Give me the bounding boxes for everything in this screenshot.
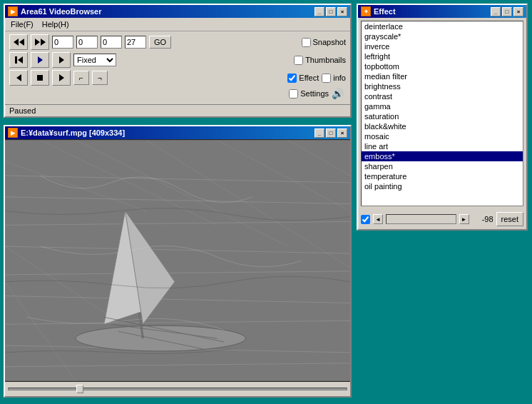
effect-list-item[interactable]: leftright (362, 51, 523, 61)
settings-label: Settings (300, 89, 329, 98)
effect-list-item[interactable]: emboss* (362, 151, 523, 161)
info-label: info (333, 74, 346, 82)
scrubber-thumb[interactable] (76, 385, 83, 393)
effect-checkbox[interactable] (287, 74, 297, 83)
effect-list-item[interactable]: oil painting (362, 181, 523, 191)
close-button[interactable]: × (337, 7, 347, 16)
effect-list-item[interactable]: temperature (362, 171, 523, 181)
skip-back-button[interactable] (9, 34, 28, 50)
effect-list-item[interactable]: grayscale* (362, 31, 523, 41)
effect-list-item[interactable]: gamma (362, 101, 523, 111)
effect-list-item[interactable]: contrast (362, 91, 523, 101)
slider-right-arrow[interactable]: ► (459, 214, 469, 224)
marker-end-button[interactable]: ¬ (92, 71, 108, 85)
video-browser-window: ▶ Area61 VideoBrowser _ □ × File(F) Help… (4, 4, 352, 118)
menu-bar: File(F) Help(H) (5, 18, 350, 31)
fixed-select[interactable]: Fixed (73, 54, 116, 66)
effect-icon: ✦ (361, 6, 371, 16)
effect-controls: ◄ ► -98 reset (358, 209, 526, 229)
slider-track[interactable] (386, 214, 456, 224)
status-text: Paused (9, 106, 36, 115)
stop-button[interactable] (31, 70, 49, 86)
scrubber-track[interactable] (8, 388, 347, 390)
play-button[interactable] (31, 52, 49, 68)
rewind-button[interactable] (9, 52, 28, 68)
file-menu[interactable]: File(F) (6, 19, 38, 29)
video-frame (5, 139, 350, 382)
effect-label: Effect (299, 74, 319, 82)
slider-left-arrow[interactable]: ◄ (373, 214, 383, 224)
effect-close-button[interactable]: × (513, 7, 523, 16)
status-bar: Paused (5, 104, 350, 116)
snapshot-label: Snapshot (313, 38, 346, 46)
frame-field-2[interactable]: 0 (76, 36, 98, 49)
effect-list-item[interactable]: sharpen (362, 161, 523, 171)
effect-title: Effect (374, 7, 396, 16)
maximize-button[interactable]: □ (326, 7, 336, 16)
fast-forward-button[interactable] (31, 34, 49, 50)
thumbnails-checkbox-label: Thumbnails (294, 56, 346, 65)
slider-value: -98 (472, 215, 493, 223)
frame-field-1[interactable]: 0 (52, 36, 73, 49)
video-browser-icon: ▶ (8, 6, 18, 16)
effect-list[interactable]: deinterlacegrayscale*inverceleftrighttop… (361, 21, 523, 206)
frame-field-3[interactable]: 0 (101, 36, 122, 49)
reset-button[interactable]: reset (496, 212, 523, 226)
info-checkbox-label: info (322, 74, 346, 83)
effect-checkbox-label: Effect (287, 74, 319, 83)
effect-list-item[interactable]: median filter (362, 71, 523, 81)
effect-minimize-button[interactable]: _ (491, 7, 501, 16)
thumbnails-label: Thumbnails (305, 56, 346, 64)
next-frame-button[interactable] (52, 52, 71, 68)
media-player-titlebar: ▶ E:¥data¥surf.mpg [409x334] _ □ × (5, 126, 350, 139)
effect-list-item[interactable]: saturation (362, 111, 523, 121)
media-player-title: E:¥data¥surf.mpg [409x334] (21, 128, 125, 137)
video-display-area (5, 139, 350, 382)
media-player-window: ▶ E:¥data¥surf.mpg [409x334] _ □ × (4, 125, 352, 398)
snapshot-checkbox-label: Snapshot (302, 38, 346, 47)
marker-start-button[interactable]: ⌐ (73, 71, 89, 85)
settings-checkbox-label: Settings (289, 89, 329, 99)
snapshot-checkbox[interactable] (302, 38, 311, 47)
effect-list-item[interactable]: mosaic (362, 131, 523, 141)
media-minimize-button[interactable]: _ (314, 128, 324, 138)
svg-point-19 (76, 325, 245, 351)
frame-field-4[interactable]: 27 (125, 36, 146, 49)
video-browser-title: Area61 VideoBrowser (21, 7, 102, 16)
minimize-button[interactable]: _ (314, 7, 324, 16)
controls-area: 0 0 0 27 GO Snapshot (5, 31, 350, 104)
effect-enable-checkbox[interactable] (361, 215, 370, 224)
effect-list-item[interactable]: line art (362, 141, 523, 151)
scrubber-bar (5, 382, 350, 396)
info-checkbox[interactable] (322, 74, 331, 83)
media-close-button[interactable]: × (337, 128, 347, 138)
video-browser-titlebar: ▶ Area61 VideoBrowser _ □ × (5, 5, 350, 18)
effect-list-item[interactable]: deinterlace (362, 21, 523, 31)
effect-titlebar: ✦ Effect _ □ × (358, 5, 526, 18)
media-maximize-button[interactable]: □ (326, 128, 336, 138)
prev-frame-button[interactable] (9, 70, 28, 86)
effect-list-item[interactable]: topbottom (362, 61, 523, 71)
step-button[interactable] (52, 70, 71, 86)
effect-maximize-button[interactable]: □ (502, 7, 512, 16)
thumbnails-checkbox[interactable] (294, 56, 303, 65)
help-menu[interactable]: Help(H) (38, 19, 73, 29)
effect-list-item[interactable]: inverce (362, 41, 523, 51)
effect-list-item[interactable]: brightness (362, 81, 523, 91)
media-player-icon: ▶ (8, 128, 18, 138)
go-button[interactable]: GO (149, 36, 171, 49)
effect-window: ✦ Effect _ □ × deinterlacegrayscale*inve… (357, 4, 528, 231)
settings-checkbox[interactable] (289, 89, 298, 99)
effect-list-item[interactable]: black&white (362, 121, 523, 131)
volume-icon[interactable]: 🔊 (332, 88, 346, 99)
